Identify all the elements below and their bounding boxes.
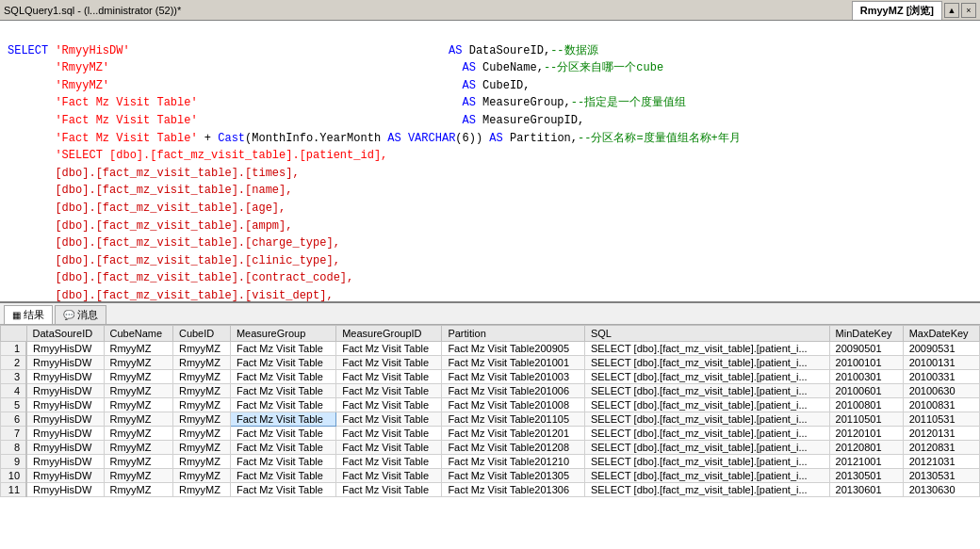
cell-measuregroup: Fact Mz Visit Table: [230, 370, 335, 384]
cell-maxdatekey: 20100331: [903, 370, 979, 384]
cell-partition: Fact Mz Visit Table201006: [442, 384, 585, 398]
cell-cubename: RmyyMZ: [104, 356, 172, 370]
results-area[interactable]: DataSoureID CubeName CubeID MeasureGroup…: [0, 325, 980, 549]
cell-partition: Fact Mz Visit Table201201: [442, 427, 585, 441]
cell-datasource: RmyyHisDW: [26, 455, 104, 469]
cell-rownum: 4: [1, 384, 27, 398]
cell-maxdatekey: 20100131: [903, 356, 979, 370]
col-header-measuregroupid: MeasureGroupID: [336, 326, 442, 342]
cell-partition: Fact Mz Visit Table201210: [442, 455, 585, 469]
table-row[interactable]: 6 RmyyHisDW RmyyMZ RmyyMZ Fact Mz Visit …: [1, 412, 980, 427]
table-row[interactable]: 2 RmyyHisDW RmyyMZ RmyyMZ Fact Mz Visit …: [1, 356, 980, 370]
cell-mindatekey: 20130501: [829, 469, 903, 483]
cell-measuregroup: Fact Mz Visit Table: [230, 441, 335, 455]
cell-datasource: RmyyHisDW: [26, 427, 104, 441]
title-bar-filename: SQLQuery1.sql - (l...dministrator (52))*: [4, 5, 852, 16]
cell-sql: SELECT [dbo].[fact_mz_visit_table].[pati…: [584, 469, 829, 483]
cell-cubeid: RmyyMZ: [172, 455, 230, 469]
cell-mindatekey: 20130601: [829, 483, 903, 497]
cell-datasource: RmyyHisDW: [26, 469, 104, 483]
col-header-cubeid: CubeID: [172, 326, 230, 342]
cell-cubename: RmyyMZ: [104, 398, 172, 412]
title-bar-tab[interactable]: RmyyMZ [浏览]: [852, 1, 942, 20]
cell-sql: SELECT [dbo].[fact_mz_visit_table].[pati…: [584, 427, 829, 441]
cell-maxdatekey: 20100630: [903, 384, 979, 398]
cell-maxdatekey: 20120131: [903, 427, 979, 441]
title-bar: SQLQuery1.sql - (l...dministrator (52))*…: [0, 0, 980, 21]
cell-mindatekey: 20100101: [829, 356, 903, 370]
cell-rownum: 3: [1, 370, 27, 384]
tab-results[interactable]: ▦ 结果: [4, 305, 53, 324]
table-header-row: DataSoureID CubeName CubeID MeasureGroup…: [1, 326, 980, 342]
table-row[interactable]: 3 RmyyHisDW RmyyMZ RmyyMZ Fact Mz Visit …: [1, 370, 980, 384]
cell-measuregroupid: Fact Mz Visit Table: [336, 412, 442, 427]
cell-partition: Fact Mz Visit Table200905: [442, 342, 585, 356]
col-header-cubename: CubeName: [104, 326, 172, 342]
cell-datasource: RmyyHisDW: [26, 412, 104, 427]
cell-datasource: RmyyHisDW: [26, 441, 104, 455]
cell-measuregroupid: Fact Mz Visit Table: [336, 441, 442, 455]
cell-measuregroup: Fact Mz Visit Table: [230, 398, 335, 412]
close-button[interactable]: ×: [961, 3, 976, 18]
cell-measuregroupid: Fact Mz Visit Table: [336, 398, 442, 412]
cell-mindatekey: 20110501: [829, 412, 903, 427]
table-row[interactable]: 1 RmyyHisDW RmyyMZ RmyyMZ Fact Mz Visit …: [1, 342, 980, 356]
cell-cubeid: RmyyMZ: [172, 412, 230, 427]
scroll-up-button[interactable]: ▲: [944, 3, 959, 18]
cell-maxdatekey: 20100831: [903, 398, 979, 412]
cell-partition: Fact Mz Visit Table201105: [442, 412, 585, 427]
cell-sql: SELECT [dbo].[fact_mz_visit_table].[pati…: [584, 412, 829, 427]
bottom-tabs: ▦ 结果 💬 消息: [0, 303, 980, 325]
cell-cubename: RmyyMZ: [104, 441, 172, 455]
cell-sql: SELECT [dbo].[fact_mz_visit_table].[pati…: [584, 356, 829, 370]
cell-rownum: 1: [1, 342, 27, 356]
col-header-partition: Partition: [442, 326, 585, 342]
cell-cubeid: RmyyMZ: [172, 384, 230, 398]
cell-cubeid: RmyyMZ: [172, 356, 230, 370]
cell-measuregroup: Fact Mz Visit Table: [230, 356, 335, 370]
sql-editor[interactable]: SELECT 'RmyyHisDW' AS DataSoureID,--数据源 …: [0, 21, 980, 303]
main-container: SELECT 'RmyyHisDW' AS DataSoureID,--数据源 …: [0, 21, 980, 549]
cell-partition: Fact Mz Visit Table201306: [442, 483, 585, 497]
table-row[interactable]: 10 RmyyHisDW RmyyMZ RmyyMZ Fact Mz Visit…: [1, 469, 980, 483]
messages-icon: 💬: [63, 310, 74, 320]
cell-sql: SELECT [dbo].[fact_mz_visit_table].[pati…: [584, 455, 829, 469]
cell-measuregroupid: Fact Mz Visit Table: [336, 370, 442, 384]
cell-mindatekey: 20100601: [829, 384, 903, 398]
results-table: DataSoureID CubeName CubeID MeasureGroup…: [0, 325, 980, 497]
cell-mindatekey: 20121001: [829, 455, 903, 469]
cell-cubeid: RmyyMZ: [172, 398, 230, 412]
cell-maxdatekey: 20120831: [903, 441, 979, 455]
cell-cubename: RmyyMZ: [104, 370, 172, 384]
table-row[interactable]: 4 RmyyHisDW RmyyMZ RmyyMZ Fact Mz Visit …: [1, 384, 980, 398]
tab-messages[interactable]: 💬 消息: [55, 305, 106, 324]
cell-datasource: RmyyHisDW: [26, 384, 104, 398]
cell-maxdatekey: 20110531: [903, 412, 979, 427]
cell-datasource: RmyyHisDW: [26, 356, 104, 370]
table-row[interactable]: 8 RmyyHisDW RmyyMZ RmyyMZ Fact Mz Visit …: [1, 441, 980, 455]
cell-maxdatekey: 20130531: [903, 469, 979, 483]
cell-cubename: RmyyMZ: [104, 455, 172, 469]
col-header-maxdatekey: MaxDateKey: [903, 326, 979, 342]
cell-cubename: RmyyMZ: [104, 384, 172, 398]
cell-cubeid: RmyyMZ: [172, 342, 230, 356]
cell-measuregroup: Fact Mz Visit Table: [230, 427, 335, 441]
cell-cubename: RmyyMZ: [104, 483, 172, 497]
cell-maxdatekey: 20130630: [903, 483, 979, 497]
cell-partition: Fact Mz Visit Table201208: [442, 441, 585, 455]
cell-cubeid: RmyyMZ: [172, 469, 230, 483]
cell-measuregroupid: Fact Mz Visit Table: [336, 342, 442, 356]
table-row[interactable]: 9 RmyyHisDW RmyyMZ RmyyMZ Fact Mz Visit …: [1, 455, 980, 469]
cell-cubeid: RmyyMZ: [172, 370, 230, 384]
cell-measuregroupid: Fact Mz Visit Table: [336, 455, 442, 469]
cell-sql: SELECT [dbo].[fact_mz_visit_table].[pati…: [584, 342, 829, 356]
col-header-mindatekey: MinDateKey: [829, 326, 903, 342]
table-row[interactable]: 11 RmyyHisDW RmyyMZ RmyyMZ Fact Mz Visit…: [1, 483, 980, 497]
cell-rownum: 5: [1, 398, 27, 412]
table-row[interactable]: 5 RmyyHisDW RmyyMZ RmyyMZ Fact Mz Visit …: [1, 398, 980, 412]
tab-results-label: 结果: [24, 308, 44, 322]
table-row[interactable]: 7 RmyyHisDW RmyyMZ RmyyMZ Fact Mz Visit …: [1, 427, 980, 441]
cell-rownum: 7: [1, 427, 27, 441]
cell-sql: SELECT [dbo].[fact_mz_visit_table].[pati…: [584, 398, 829, 412]
cell-cubename: RmyyMZ: [104, 427, 172, 441]
